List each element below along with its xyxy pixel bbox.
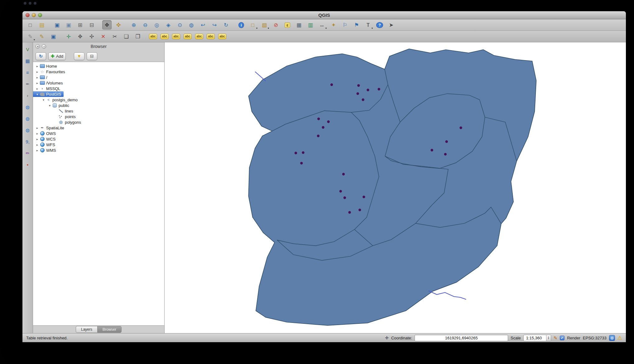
add-selected-layers-button[interactable]: ✚ Add: [48, 52, 66, 60]
add-mssql-layer-button[interactable]: ◗: [23, 91, 32, 100]
tree-item-volumes[interactable]: ▸/Volumes: [33, 80, 164, 86]
pan-to-selection-button[interactable]: ✜: [114, 20, 123, 30]
scale-combo[interactable]: 1:15,360: [523, 335, 551, 341]
tree-item-[interactable]: ▸/: [33, 74, 164, 80]
zoom-window-button[interactable]: [38, 13, 42, 17]
label-move-button[interactable]: abc: [183, 32, 192, 41]
new-bookmark-button[interactable]: ⚐: [340, 20, 350, 30]
composer-manager-button[interactable]: ⊟: [87, 20, 96, 30]
add-postgis-layer-button[interactable]: ≡: [23, 68, 32, 77]
disclosure-right-icon[interactable]: ▸: [35, 126, 40, 130]
add-spatialite-layer-button[interactable]: ✒: [23, 79, 32, 88]
zoom-out-button[interactable]: ⊖: [141, 20, 150, 30]
add-wcs-layer-button[interactable]: ◍: [23, 114, 32, 123]
combo-arrows-icon[interactable]: [546, 335, 551, 341]
cut-features-button[interactable]: ✂: [110, 32, 119, 41]
disclosure-right-icon[interactable]: ▸: [35, 87, 40, 90]
open-project-button[interactable]: ▤: [37, 20, 46, 30]
collapse-all-button[interactable]: ⊟: [87, 52, 97, 60]
tree-item-wfs[interactable]: ▸WFS: [33, 142, 164, 147]
tab-layers[interactable]: Layers: [76, 326, 97, 333]
pan-map-button[interactable]: ✥: [102, 20, 112, 30]
add-feature-button[interactable]: ✛: [64, 32, 73, 41]
tree-item-home[interactable]: ▸Home: [33, 63, 164, 69]
refresh-map-button[interactable]: ↻: [221, 20, 231, 30]
disclosure-down-icon[interactable]: ▾: [47, 104, 52, 107]
zoom-last-button[interactable]: ↩: [198, 20, 208, 30]
tree-item-mssql[interactable]: ▸MSSQL: [33, 86, 164, 91]
add-vector-layer-button[interactable]: V: [23, 45, 32, 54]
disclosure-down-icon[interactable]: ▾: [35, 93, 40, 96]
text-annotation-button[interactable]: T▾: [363, 20, 373, 30]
scale-pencil-icon[interactable]: ✎: [554, 336, 558, 340]
disclosure-right-icon[interactable]: ▸: [35, 70, 40, 74]
tree-item-polygons[interactable]: polygons: [33, 119, 164, 125]
zoom-next-button[interactable]: ↪: [210, 20, 219, 30]
copy-features-button[interactable]: ❏: [122, 32, 131, 41]
tree-item-lines[interactable]: lines: [33, 108, 164, 114]
map-canvas[interactable]: [165, 42, 626, 333]
select-by-expression-button[interactable]: ▧▾: [260, 20, 269, 30]
tree-item-favourites[interactable]: ▸Favourites: [33, 69, 164, 74]
add-wfs-layer-button[interactable]: ◍: [23, 126, 32, 134]
zoom-native-button[interactable]: ◎: [152, 20, 161, 30]
labeling-options-button[interactable]: abc: [148, 32, 158, 41]
refresh-browser-button[interactable]: ↻: [36, 52, 46, 60]
zoom-in-button[interactable]: ⊕: [129, 20, 138, 30]
close-window-button[interactable]: [26, 13, 30, 17]
titlebar[interactable]: QGIS: [22, 11, 626, 19]
disclosure-down-icon[interactable]: ▾: [41, 98, 46, 102]
tree-item-wcs[interactable]: ▸WCS: [33, 136, 164, 142]
label-settings-button[interactable]: abc: [218, 32, 227, 41]
show-bookmarks-button[interactable]: ⚑: [352, 20, 361, 30]
tree-item-points[interactable]: points: [33, 114, 164, 119]
disclosure-right-icon[interactable]: ▸: [35, 137, 40, 141]
help-button[interactable]: ?: [375, 20, 384, 30]
histogram-button[interactable]: ▥: [306, 20, 315, 30]
open-attribute-table-button[interactable]: ▦: [294, 20, 304, 30]
deselect-features-button[interactable]: ⊘: [271, 20, 281, 30]
disclosure-right-icon[interactable]: ▸: [35, 76, 40, 79]
coordinate-input[interactable]: [415, 335, 508, 341]
tab-browser[interactable]: Browser: [97, 326, 122, 333]
map-tips-button[interactable]: ✦: [329, 20, 338, 30]
crs-status-button[interactable]: ◍: [609, 335, 615, 341]
label-pin-button[interactable]: abc: [160, 32, 169, 41]
save-project-button[interactable]: ▣: [52, 20, 62, 30]
tree-item-postgis[interactable]: ▾PostGIS: [33, 91, 164, 97]
zoom-to-selection-button[interactable]: ⊙: [175, 20, 185, 30]
delete-selected-button[interactable]: ✕: [98, 32, 108, 41]
zoom-full-button[interactable]: ◈: [164, 20, 173, 30]
paste-features-button[interactable]: ❐: [133, 32, 142, 41]
identify-features-button[interactable]: i: [237, 20, 246, 30]
new-project-button[interactable]: □: [26, 20, 35, 30]
disclosure-right-icon[interactable]: ▸: [35, 149, 40, 152]
remove-layer-button[interactable]: ▪: [23, 160, 32, 169]
panel-close-button[interactable]: [36, 44, 40, 49]
select-features-button[interactable]: □▾: [248, 20, 257, 30]
node-tool-button[interactable]: ✣: [87, 32, 96, 41]
save-project-as-button[interactable]: ▣: [64, 20, 73, 30]
label-show-hide-button[interactable]: abc: [171, 32, 181, 41]
current-edits-button[interactable]: ✎▾: [26, 32, 35, 41]
new-shapefile-layer-button[interactable]: ✏: [23, 149, 32, 157]
tree-item-postgis-demo[interactable]: ▾postgis_demo: [33, 97, 164, 103]
move-feature-button[interactable]: ✥: [75, 32, 85, 41]
statistical-sum-button[interactable]: ε: [283, 20, 292, 30]
disclosure-right-icon[interactable]: ▸: [35, 65, 40, 68]
measure-button[interactable]: ↔▾: [317, 20, 327, 30]
tree-item-ows[interactable]: ▸OWS: [33, 131, 164, 136]
disclosure-right-icon[interactable]: ▸: [35, 143, 40, 146]
disclosure-right-icon[interactable]: ▸: [35, 132, 40, 135]
label-properties-button[interactable]: abc: [206, 32, 215, 41]
minimize-window-button[interactable]: [32, 13, 36, 17]
add-wms-layer-button[interactable]: ◍: [23, 103, 32, 111]
tree-item-spatialite[interactable]: ▸SpatiaLite: [33, 125, 164, 131]
tree-item-public[interactable]: ▾public: [33, 103, 164, 108]
label-rotate-button[interactable]: abc: [195, 32, 204, 41]
panel-float-button[interactable]: [42, 44, 46, 49]
log-messages-button[interactable]: ⚠: [617, 335, 622, 341]
disclosure-right-icon[interactable]: ▸: [35, 81, 40, 85]
coordinate-capture-icon[interactable]: ✛: [385, 336, 389, 340]
filter-browser-button[interactable]: ▼: [74, 52, 84, 60]
